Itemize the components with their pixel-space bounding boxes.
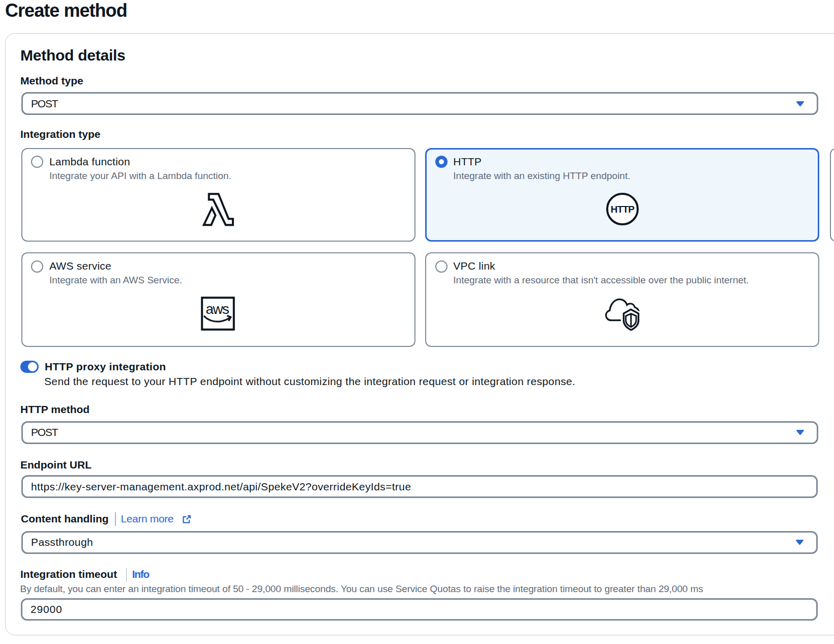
svg-text:HTTP: HTTP bbox=[610, 203, 635, 214]
svg-text:aws: aws bbox=[206, 301, 229, 317]
